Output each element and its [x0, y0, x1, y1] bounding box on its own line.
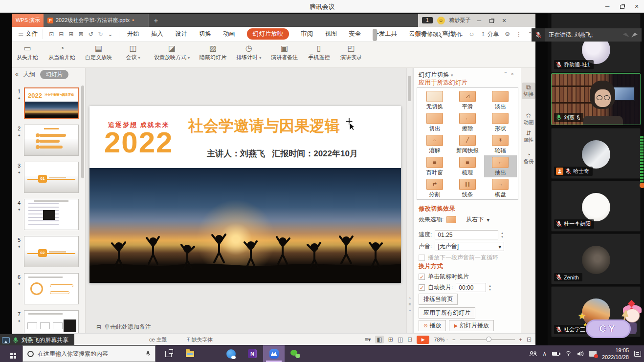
battery-icon[interactable]	[552, 352, 559, 356]
volume-meter[interactable]	[640, 136, 644, 187]
redo-icon[interactable]: ↻	[98, 31, 103, 38]
transition-blinds[interactable]: ≣百叶窗	[418, 155, 451, 177]
gear-icon[interactable]: ⚙	[505, 31, 510, 38]
slide-thumb-6[interactable]: 6✦	[14, 273, 83, 307]
effect-direction-select[interactable]: 从右下	[466, 215, 484, 224]
slide-thumb-4[interactable]: 4✦	[14, 199, 83, 233]
tencent-meeting-button[interactable]	[263, 345, 285, 362]
reading-view-icon[interactable]: ◫	[398, 336, 403, 343]
zoom-slider-knob[interactable]	[486, 337, 491, 342]
ribbon-from-current[interactable]: ◔从当前开始	[48, 44, 75, 67]
tab-slideshow[interactable]: 幻灯片放映	[247, 28, 289, 40]
participant-tile[interactable]: 杜一李妍阳	[551, 181, 641, 232]
volume-knob[interactable]	[640, 183, 644, 188]
slide-thumb-2[interactable]: 2✦	[14, 125, 83, 159]
strip-transition[interactable]: ⧉切换	[522, 83, 535, 99]
slides-tab[interactable]: 幻灯片	[40, 70, 69, 79]
transition-checkerboard[interactable]: →棋盘	[484, 177, 517, 199]
undo-icon[interactable]: ↺	[88, 31, 93, 38]
tab-view[interactable]: 视图	[325, 30, 337, 38]
print-icon[interactable]: ⊟	[59, 31, 64, 38]
collapse-panel-icon[interactable]: «	[15, 71, 19, 78]
transition-wipe[interactable]: ←擦除	[451, 111, 484, 133]
transition-smooth[interactable]: ◿平滑	[451, 89, 484, 111]
account-name[interactable]: 糖炒栗子	[449, 17, 471, 24]
on-click-checkbox[interactable]: ✓	[419, 274, 425, 280]
transition-split[interactable]: ⇄分割	[418, 177, 451, 199]
close-pane-icon[interactable]: ×	[511, 71, 517, 77]
ribbon-record[interactable]: ◰演讲实录	[340, 44, 362, 67]
transition-dissolve[interactable]: ∴溶解	[418, 133, 451, 155]
fit-screen-icon[interactable]: ⊡	[527, 336, 532, 343]
wps-close-button[interactable]: ×	[500, 17, 508, 24]
taskbar-search[interactable]: 在这里输入你要搜索的内容	[22, 345, 155, 362]
strip-properties[interactable]: ⇵属性	[522, 128, 535, 145]
ribbon-rehearse[interactable]: ◷排练计时 ▾	[236, 44, 261, 67]
transition-newsflash[interactable]: ╱新闻快报	[451, 133, 484, 155]
apply-all-button[interactable]: 应用于所有幻灯片	[419, 307, 475, 319]
task-view-button[interactable]	[157, 345, 179, 362]
normal-view-icon[interactable]: ◧	[375, 336, 383, 343]
close-button[interactable]: ×	[629, 0, 644, 13]
participant-tile[interactable]: 哈士奇	[551, 128, 641, 179]
tab-review[interactable]: 审阅	[301, 30, 313, 38]
tab-transition[interactable]: 切换	[199, 30, 211, 38]
participant-tile[interactable]: Zenith	[551, 234, 641, 284]
minimize-button[interactable]: ─	[600, 0, 615, 13]
presenter-view-icon[interactable]: ⊡	[407, 336, 412, 343]
ribbon-hide-slide[interactable]: ▨隐藏幻灯片	[200, 44, 226, 67]
speed-spinner[interactable]: ▴▾	[501, 231, 503, 239]
prev-slide-icon[interactable]: ⌃≡⌄	[407, 297, 413, 313]
start-button[interactable]	[0, 345, 22, 362]
zoom-in-button[interactable]: +	[519, 337, 522, 342]
slide-thumb-1[interactable]: 1✦ 2022社会学邀请与因果逻辑	[14, 87, 83, 122]
slide-scrollbar[interactable]: ⌃≡⌄	[406, 68, 412, 333]
thumbnail-scrollbar[interactable]	[81, 85, 84, 178]
transition-wheel[interactable]: ✳轮辐	[484, 133, 517, 155]
slideshow-start-button[interactable]: ▶	[417, 336, 429, 344]
file-explorer-button[interactable]	[179, 345, 200, 362]
wifi-icon[interactable]	[565, 351, 572, 356]
slide-thumb-7[interactable]: 7✦	[14, 310, 83, 333]
more-icon[interactable]: ⋮	[516, 31, 522, 38]
tab-design[interactable]: 设计	[175, 30, 187, 38]
transition-fade[interactable]: 淡出	[484, 89, 517, 111]
scrollbar-thumb[interactable]	[408, 76, 411, 101]
onenote-button[interactable]: N	[242, 345, 263, 362]
ribbon-from-beginning[interactable]: ▭从头开始	[16, 44, 39, 67]
caret-down-icon[interactable]: ▾	[487, 216, 489, 223]
wechat-button[interactable]	[285, 345, 306, 362]
transition-shape[interactable]: 形状	[484, 111, 517, 133]
save-icon[interactable]: ⊡	[49, 31, 54, 38]
speed-input[interactable]: 01.25	[435, 230, 498, 239]
zoom-level[interactable]: 78% ·	[434, 337, 448, 342]
play-button[interactable]: ⊙播放	[419, 320, 446, 331]
rehearse-current-button[interactable]: 排练当前页	[419, 294, 458, 305]
ribbon-meeting[interactable]: ◫会议 ▾	[122, 44, 144, 67]
tab-animation[interactable]: 动画	[223, 30, 235, 38]
wps-app-button[interactable]: WPS 演示	[12, 14, 44, 27]
document-tab[interactable]: P 2022级社会学班-方法讲座.pptx •	[44, 14, 149, 27]
export-icon[interactable]: ⊠	[78, 31, 83, 38]
slide-sorter-icon[interactable]: ⊞	[388, 336, 393, 343]
transition-lines[interactable]: ∥∥线条	[451, 177, 484, 199]
share-button[interactable]: ↥ 分享	[481, 30, 499, 39]
collab-button[interactable]: ✎ 协作	[444, 30, 463, 39]
speaker-icon[interactable]	[577, 351, 584, 357]
sharing-indicator-icon[interactable]	[589, 351, 597, 357]
transition-pull[interactable]: ←抽出	[484, 155, 517, 177]
zoom-slider[interactable]	[460, 339, 515, 340]
participant-tile[interactable]: 刘燕飞	[551, 73, 641, 125]
ribbon-phone-remote[interactable]: ▯手机遥控	[308, 44, 330, 67]
ribbon-speaker-notes[interactable]: ▣演讲者备注	[271, 44, 298, 67]
customize-caret-icon[interactable]: ⌄	[108, 31, 113, 38]
strip-animation[interactable]: ✩动画	[522, 111, 535, 128]
new-tab-button[interactable]: +	[149, 14, 163, 27]
missing-fonts[interactable]: Ŧ 缺失字体	[187, 336, 213, 343]
tab-home[interactable]: 开始	[127, 30, 139, 38]
slide-canvas[interactable]: 追逐梦想 成就未来 2022 社会学邀请与因果逻辑 主讲人：刘燕飞 汇报时间：2…	[89, 106, 401, 283]
sound-select[interactable]: [无声音]▾	[435, 242, 504, 251]
action-center-icon[interactable]	[634, 351, 641, 357]
people-icon[interactable]	[529, 351, 537, 357]
wps-restore-button[interactable]	[488, 17, 496, 24]
